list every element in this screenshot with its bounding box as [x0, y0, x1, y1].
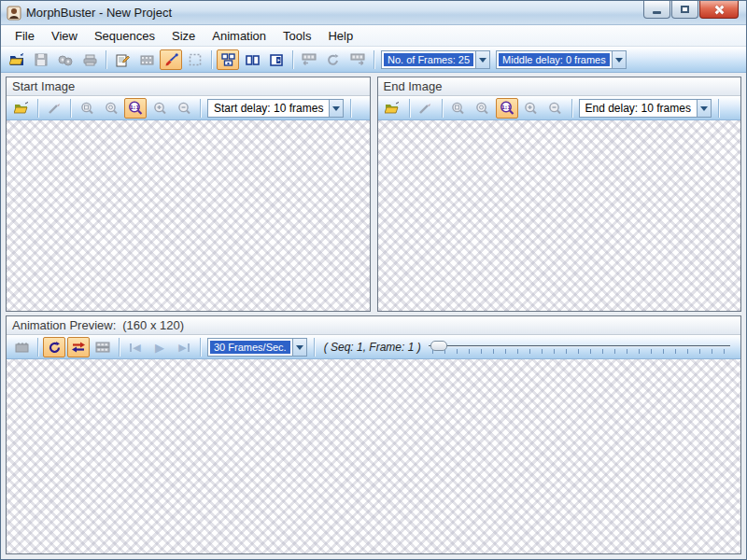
start-zoom-in-button[interactable]	[148, 98, 171, 119]
toolbar-separator	[442, 99, 443, 118]
first-frame-button[interactable]: ◀	[124, 337, 147, 357]
svg-text:1:1: 1:1	[130, 104, 140, 110]
toolbar-separator	[718, 99, 719, 118]
toolbar-separator	[37, 338, 38, 357]
layout-three-pane-button[interactable]	[217, 49, 239, 70]
edit-points-button[interactable]	[160, 49, 182, 70]
close-button[interactable]	[699, 1, 739, 19]
save-project-button[interactable]	[30, 49, 52, 70]
rotate-arrow-icon	[327, 53, 340, 66]
menu-tools[interactable]: Tools	[275, 27, 319, 45]
layout-two-pane-button[interactable]	[241, 49, 263, 70]
start-zoom-custom-button[interactable]	[100, 98, 122, 119]
filmstrip-view-button[interactable]	[92, 337, 114, 357]
end-image-title: End Image	[384, 79, 443, 93]
zoom-out-icon	[177, 102, 191, 116]
frame-slider[interactable]	[429, 338, 730, 357]
zoom-fit-icon	[80, 102, 94, 116]
end-delay-value: End delay: 10 frames	[582, 101, 695, 116]
maximize-button[interactable]	[671, 1, 698, 19]
layout-preview-pane-button[interactable]	[265, 49, 288, 70]
menu-size[interactable]: Size	[163, 27, 204, 45]
open-project-button[interactable]	[6, 49, 28, 70]
frames-combo-arrow-icon[interactable]	[475, 50, 490, 69]
titlebar[interactable]: MorphBuster - New Project	[1, 1, 746, 25]
sequence-film-button[interactable]	[135, 49, 158, 70]
zoom-custom-icon	[105, 102, 119, 116]
middle-delay-combo-arrow-icon[interactable]	[612, 50, 627, 69]
end-zoom-custom-button[interactable]	[472, 98, 494, 119]
minimize-button[interactable]	[643, 1, 670, 19]
layout-two-pane-icon	[246, 54, 260, 66]
toolbar-separator	[200, 99, 201, 118]
main-toolbar: No. of Frames: 25 Middle delay: 0 frames	[1, 47, 746, 73]
open-folder-icon	[14, 102, 30, 115]
zoom-in-icon	[524, 102, 538, 116]
slider-thumb[interactable]	[430, 341, 447, 351]
insert-sequence-before-button[interactable]	[298, 49, 320, 70]
printer-icon	[83, 54, 97, 66]
menu-sequences[interactable]: Sequences	[86, 27, 163, 45]
end-zoom-in-button[interactable]	[520, 98, 543, 119]
start-image-canvas[interactable]	[7, 120, 370, 311]
select-region-button[interactable]	[184, 49, 206, 70]
toolbar-separator	[292, 50, 293, 69]
export-images-button[interactable]	[54, 49, 77, 70]
menu-animation[interactable]: Animation	[204, 27, 275, 45]
start-zoom-out-button[interactable]	[173, 98, 195, 119]
start-delay-arrow-icon[interactable]	[329, 99, 344, 118]
end-delay-arrow-icon[interactable]	[697, 99, 712, 118]
start-zoom-actual-button[interactable]: 1:1	[124, 98, 147, 119]
fps-combo[interactable]: 30 Frames/Sec.	[207, 338, 307, 357]
project-properties-button[interactable]	[111, 49, 134, 70]
end-image-panel: End Image	[377, 77, 742, 312]
middle-delay-combo[interactable]: Middle delay: 0 frames	[496, 50, 627, 69]
layout-three-pane-icon	[221, 53, 235, 66]
end-zoom-actual-button[interactable]: 1:1	[496, 98, 518, 119]
start-edit-wand-button[interactable]	[43, 98, 65, 119]
reverse-sequence-button[interactable]	[322, 49, 345, 70]
menubar: File View Sequences Size Animation Tools…	[1, 25, 746, 47]
end-zoom-fit-button[interactable]	[447, 98, 470, 119]
pingpong-arrows-icon	[71, 341, 86, 354]
fps-combo-arrow-icon[interactable]	[292, 338, 307, 357]
wand-icon	[418, 103, 432, 115]
last-frame-icon: ▶	[178, 342, 189, 354]
start-delay-combo[interactable]: Start delay: 10 frames	[207, 99, 344, 118]
menu-view[interactable]: View	[43, 27, 86, 45]
menu-help[interactable]: Help	[319, 27, 361, 45]
fps-combo-value: 30 Frames/Sec.	[210, 341, 290, 354]
frames-combo[interactable]: No. of Frames: 25	[381, 50, 490, 69]
end-image-canvas[interactable]	[378, 120, 741, 311]
movie-icon	[15, 342, 29, 354]
client-area: Start Image	[1, 73, 746, 559]
end-delay-combo[interactable]: End delay: 10 frames	[579, 99, 712, 118]
start-open-image-button[interactable]	[10, 98, 33, 119]
animation-preview-canvas[interactable]	[7, 359, 740, 553]
start-zoom-fit-button[interactable]	[76, 98, 98, 119]
insert-sequence-after-button[interactable]	[346, 49, 369, 70]
start-image-title: Start Image	[12, 79, 75, 93]
images-icon	[58, 54, 73, 66]
open-folder-icon	[385, 102, 401, 115]
slider-ticks	[432, 349, 726, 354]
toolbar-separator	[314, 338, 315, 357]
menu-file[interactable]: File	[7, 27, 43, 45]
end-edit-wand-button[interactable]	[415, 98, 437, 119]
toolbar-separator	[70, 99, 71, 118]
wand-icon	[48, 103, 62, 115]
app-window: MorphBuster - New Project File View Sequ…	[0, 0, 747, 560]
pingpong-playback-button[interactable]	[67, 337, 90, 357]
close-icon	[714, 5, 725, 15]
zoom-1-1-icon: 1:1	[128, 101, 143, 116]
toolbar-separator	[374, 50, 374, 69]
start-image-toolbar: 1:1	[7, 96, 370, 120]
end-open-image-button[interactable]	[382, 98, 404, 119]
loop-playback-button[interactable]	[43, 337, 65, 357]
zoom-fit-icon	[451, 102, 465, 116]
play-button[interactable]: ▶	[148, 337, 171, 357]
render-movie-button[interactable]	[10, 337, 33, 357]
end-zoom-out-button[interactable]	[544, 98, 567, 119]
last-frame-button[interactable]: ▶	[173, 337, 195, 357]
print-button[interactable]	[78, 49, 101, 70]
